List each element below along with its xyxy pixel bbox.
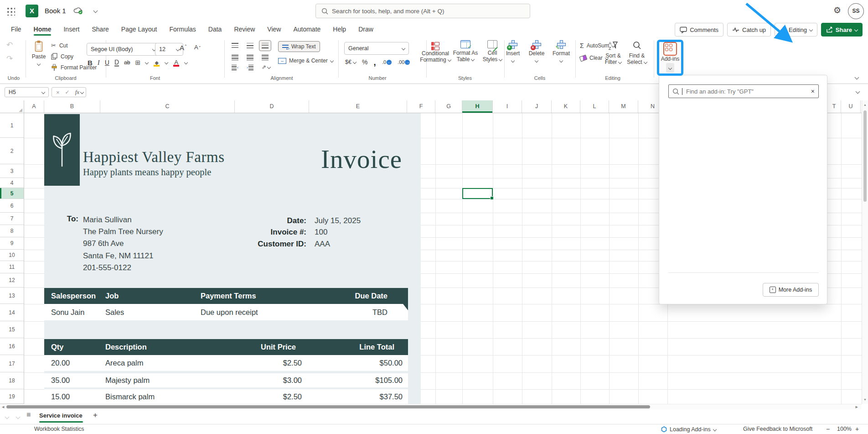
row-header-13[interactable]: 13 <box>0 288 24 304</box>
column-header-d[interactable]: D <box>235 100 309 113</box>
menu-item-formulas[interactable]: Formulas <box>169 22 196 36</box>
column-header-g[interactable]: G <box>435 100 462 113</box>
undo-button[interactable]: ↶ <box>6 40 13 50</box>
excel-logo[interactable]: X <box>26 5 38 17</box>
decrease-decimal-button[interactable]: .0← <box>382 59 392 65</box>
workbook-statistics-button[interactable]: Workbook Statistics <box>34 424 84 434</box>
italic-button[interactable]: I <box>98 59 100 67</box>
loading-add-ins-button[interactable]: Loading Add-ins <box>661 424 716 434</box>
top-align-button[interactable] <box>232 43 238 48</box>
ribbon-collapse-chevron-icon[interactable] <box>855 75 859 80</box>
column-header-t[interactable]: T <box>827 100 841 113</box>
fill-color-button[interactable]: ◆ <box>153 59 160 67</box>
borders-chevron-icon[interactable] <box>145 61 149 64</box>
menu-item-file[interactable]: File <box>11 22 21 36</box>
column-header-u[interactable]: U <box>841 100 861 113</box>
column-header-h[interactable]: H <box>462 100 493 113</box>
increase-decimal-button[interactable]: .00→ <box>398 59 410 65</box>
scroll-up-icon[interactable]: ▲ <box>863 103 867 106</box>
currency-format-button[interactable]: $€ <box>345 59 356 65</box>
row-header-1[interactable]: 1 <box>0 113 24 138</box>
percent-format-button[interactable]: % <box>362 58 367 66</box>
row-header-2[interactable]: 2 <box>0 138 24 164</box>
column-header-b[interactable]: B <box>44 100 100 113</box>
name-box[interactable]: H5 <box>5 87 49 97</box>
format-cells-button[interactable]: ✎ Format <box>548 40 574 63</box>
row-header-10[interactable]: 10 <box>0 250 24 261</box>
share-button[interactable]: Share <box>821 23 863 37</box>
paste-button[interactable]: Paste <box>28 39 49 72</box>
row-header-17[interactable]: 17 <box>0 355 24 372</box>
row-header-14[interactable]: 14 <box>0 304 24 321</box>
comma-format-button[interactable]: , <box>373 60 376 64</box>
row-header-4[interactable]: 4 <box>0 178 24 188</box>
decrease-indent-button[interactable]: ‹ <box>232 65 238 70</box>
row-header-19[interactable]: 19 <box>0 389 24 404</box>
column-header-f[interactable]: F <box>407 100 435 113</box>
shrink-font-button[interactable]: A⌄ <box>194 44 201 51</box>
merge-center-button[interactable]: ↔ Merge & Center <box>278 58 333 64</box>
align-center-button[interactable] <box>247 55 253 60</box>
middle-align-button[interactable] <box>247 43 253 48</box>
font-color-button[interactable]: A <box>173 59 180 67</box>
sheet-list-menu-icon[interactable]: ≡ <box>26 411 31 419</box>
fill-color-chevron-icon[interactable] <box>165 61 168 64</box>
zoom-out-button[interactable]: − <box>826 424 830 434</box>
menu-item-data[interactable]: Data <box>208 22 222 36</box>
horizontal-scrollbar[interactable]: ◀ ▶ <box>0 404 862 409</box>
column-header-l[interactable]: L <box>580 100 609 113</box>
cancel-entry-button[interactable]: × <box>56 89 60 96</box>
redo-button[interactable]: ↷ <box>6 54 13 63</box>
strikethrough-button[interactable]: ab <box>124 59 130 66</box>
menu-item-draw[interactable]: Draw <box>358 22 373 36</box>
menu-item-page-layout[interactable]: Page Layout <box>121 22 157 36</box>
add-sheet-button[interactable]: + <box>93 411 98 420</box>
row-header-12[interactable]: 12 <box>0 273 24 288</box>
fill-handle[interactable] <box>490 196 494 200</box>
vertical-scrollbar[interactable]: ▲ ▼ <box>862 100 868 404</box>
row-header-9[interactable]: 9 <box>0 237 24 250</box>
prev-sheet-chevron-icon[interactable] <box>5 413 9 420</box>
borders-button[interactable]: ⊞ <box>135 59 140 66</box>
double-underline-button[interactable]: D <box>114 59 119 67</box>
row-header-3[interactable]: 3 <box>0 164 24 178</box>
row-header-7[interactable]: 7 <box>0 213 24 225</box>
sheet-tab-service-invoice[interactable]: Service invoice <box>39 409 83 424</box>
column-header-k[interactable]: K <box>552 100 580 113</box>
row-header-15[interactable]: 15 <box>0 321 24 338</box>
avatar[interactable]: SS <box>848 3 864 19</box>
font-size-select[interactable]: 12 <box>155 43 183 56</box>
global-search[interactable]: Search for tools, help, and more (Alt + … <box>315 4 530 18</box>
add-in-search-input[interactable] <box>685 88 808 95</box>
vertical-scroll-thumb[interactable] <box>863 110 867 202</box>
horizontal-scroll-thumb[interactable] <box>6 405 650 408</box>
orientation-button[interactable]: ⇗ <box>262 64 270 70</box>
column-header-e[interactable]: E <box>309 100 407 113</box>
column-header-c[interactable]: C <box>100 100 235 113</box>
scroll-left-icon[interactable]: ◀ <box>2 405 4 409</box>
insert-function-button[interactable]: fx <box>75 89 83 96</box>
menu-item-review[interactable]: Review <box>234 22 255 36</box>
column-header-a[interactable]: A <box>24 100 44 113</box>
sort-filter-button[interactable]: AZ Sort & Filter <box>600 40 626 65</box>
insert-cells-button[interactable]: + Insert <box>500 40 526 63</box>
confirm-entry-button[interactable]: ✓ <box>65 89 70 95</box>
font-color-chevron-icon[interactable] <box>184 61 188 64</box>
next-sheet-chevron-icon[interactable] <box>16 413 20 420</box>
comments-button[interactable]: Comments <box>675 23 723 37</box>
delete-cells-button[interactable]: × Delete <box>523 40 550 63</box>
zoom-level[interactable]: 100% <box>837 424 852 434</box>
add-in-search-box[interactable]: × <box>668 84 819 98</box>
wrap-text-button[interactable]: ↩ Wrap Text <box>278 41 320 52</box>
app-launcher-waffle-icon[interactable] <box>6 7 15 16</box>
font-name-select[interactable]: Segoe UI (Body) <box>87 43 160 56</box>
row-header-18[interactable]: 18 <box>0 372 24 389</box>
more-add-ins-button[interactable]: + More Add-ins <box>763 283 819 297</box>
menu-item-view[interactable]: View <box>267 22 281 36</box>
menu-item-help[interactable]: Help <box>333 22 346 36</box>
menu-item-insert[interactable]: Insert <box>63 22 79 36</box>
feedback-link[interactable]: Give Feedback to Microsoft <box>743 424 812 434</box>
row-header-11[interactable]: 11 <box>0 261 24 273</box>
column-header-j[interactable]: J <box>522 100 552 113</box>
formula-bar-expand-chevron-icon[interactable] <box>856 89 860 94</box>
